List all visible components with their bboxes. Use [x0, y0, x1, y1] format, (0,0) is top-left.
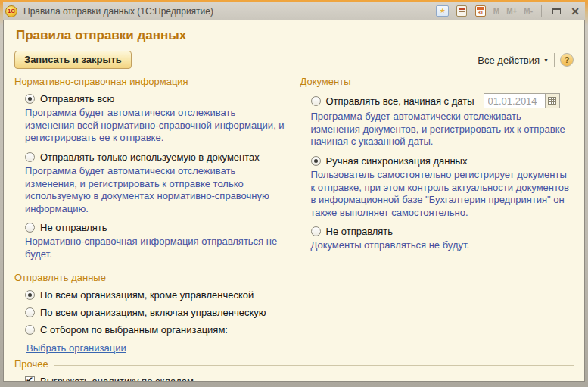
app-window: 1С Правила отправки данных (1С:Предприят… — [0, 0, 588, 387]
form-content: Правила отправки данных Записать и закры… — [3, 20, 585, 382]
radio-icon[interactable] — [25, 94, 35, 104]
group-send-data-label: Отправлять данные — [14, 272, 106, 283]
radio-manual-sync[interactable]: Ручная синхронизация данных — [300, 155, 574, 167]
radio-all-orgs-except-management[interactable]: По всем организациям, кроме управленческ… — [14, 289, 574, 301]
titlebar: 1С Правила отправки данных (1С:Предприят… — [3, 2, 585, 20]
option-description: Документы отправляться не будут. — [300, 239, 574, 252]
radio-selected-orgs[interactable]: С отбором по выбранным организациям: — [14, 324, 574, 336]
1c-logo-icon: 1С — [5, 5, 17, 17]
radio-label: Ручная синхронизация данных — [326, 155, 468, 167]
group-line — [111, 279, 574, 279]
radio-label: По всем организациям, включая управленче… — [40, 307, 266, 318]
window-title: Правила отправки данных (1С:Предприятие) — [23, 6, 435, 17]
radio-icon[interactable] — [311, 96, 321, 106]
radio-all-orgs-including-management[interactable]: По всем организациям, включая управленче… — [14, 307, 574, 318]
radio-icon[interactable] — [25, 307, 35, 317]
group-other: Прочее Выгружать аналитику по складам i … — [14, 358, 574, 382]
radio-send-from-date[interactable]: Отправлять все, начиная с даты — [300, 93, 574, 108]
radio-label: Не отправлять — [40, 222, 107, 233]
radio-label: Отправлять всю — [40, 93, 114, 105]
maximize-icon — [552, 8, 561, 14]
memory-m-button: M — [492, 7, 501, 15]
radio-label: С отбором по выбранным организациям: — [40, 324, 228, 336]
titlebar-separator — [541, 5, 542, 17]
group-nsi: Нормативно-справочная информация Отправл… — [14, 72, 288, 268]
toolbar-separator — [554, 53, 555, 67]
calculator-icon — [456, 5, 467, 17]
radio-icon[interactable] — [25, 325, 35, 335]
group-nsi-label: Нормативно-справочная информация — [14, 76, 188, 87]
radio-icon[interactable] — [25, 152, 35, 162]
radio-icon[interactable] — [25, 290, 35, 300]
all-actions-button[interactable]: Все действия ▼ — [478, 55, 549, 66]
page-title: Правила отправки данных — [16, 28, 574, 43]
calculator-button[interactable] — [454, 5, 469, 18]
radio-icon[interactable] — [311, 156, 321, 166]
calendar-icon: 31 — [475, 5, 486, 17]
calendar-button[interactable]: 31 — [473, 5, 488, 18]
radio-send-used-only[interactable]: Отправлять только используемую в докумен… — [14, 151, 288, 163]
memory-m-minus-button: M- — [522, 7, 534, 15]
option-description: Программа будет автоматически отслеживат… — [14, 107, 288, 145]
save-and-close-button[interactable]: Записать и закрыть — [14, 51, 132, 69]
group-send-data: Отправлять данные По всем организациям, … — [14, 272, 574, 354]
group-line — [356, 83, 574, 83]
option-description: Программа будет автоматически отслеживат… — [14, 165, 288, 216]
option-description: Нормативно-справочная информация отправл… — [14, 236, 288, 261]
calendar-grid-icon — [548, 97, 556, 105]
group-line — [194, 83, 288, 83]
radio-do-not-send-nsi[interactable]: Не отправлять — [14, 222, 288, 233]
chevron-down-icon: ▼ — [543, 58, 549, 63]
radio-icon[interactable] — [311, 226, 321, 236]
group-documents-label: Документы — [300, 76, 351, 87]
maximize-button[interactable] — [549, 5, 564, 18]
close-icon: ✕ — [571, 6, 580, 17]
date-picker-button[interactable] — [545, 94, 559, 108]
close-button[interactable]: ✕ — [568, 5, 583, 18]
group-documents: Документы Отправлять все, начиная с даты… — [300, 72, 574, 268]
start-date-input[interactable] — [484, 94, 545, 108]
group-other-label: Прочее — [14, 358, 48, 370]
select-organizations-link[interactable]: Выбрать организации — [26, 342, 126, 354]
option-description: Пользователь самостоятельно регистрирует… — [300, 169, 574, 220]
all-actions-label: Все действия — [478, 55, 540, 66]
favorites-button[interactable]: ★ — [435, 5, 450, 18]
toolbar: Записать и закрыть Все действия ▼ ? — [14, 51, 574, 69]
radio-label: Отправлять все, начиная с даты — [326, 95, 474, 107]
radio-send-all-nsi[interactable]: Отправлять всю — [14, 93, 288, 105]
checkbox-icon[interactable] — [25, 376, 35, 382]
date-field-wrap — [484, 93, 560, 108]
radio-icon[interactable] — [25, 223, 35, 233]
option-description: Программа будет автоматически отслеживат… — [300, 111, 574, 148]
warehouse-analytics-option[interactable]: Выгружать аналитику по складам — [14, 376, 574, 382]
group-line — [54, 365, 574, 366]
radio-do-not-send-docs[interactable]: Не отправлять — [300, 226, 574, 237]
help-button[interactable]: ? — [560, 53, 574, 67]
radio-label: По всем организациям, кроме управленческ… — [40, 289, 254, 301]
radio-label: Не отправлять — [326, 226, 394, 237]
radio-label: Отправлять только используемую в докумен… — [40, 151, 260, 163]
star-icon: ★ — [436, 5, 449, 17]
checkbox-label: Выгружать аналитику по складам — [40, 376, 194, 382]
memory-m-plus-button: M+ — [505, 7, 518, 15]
